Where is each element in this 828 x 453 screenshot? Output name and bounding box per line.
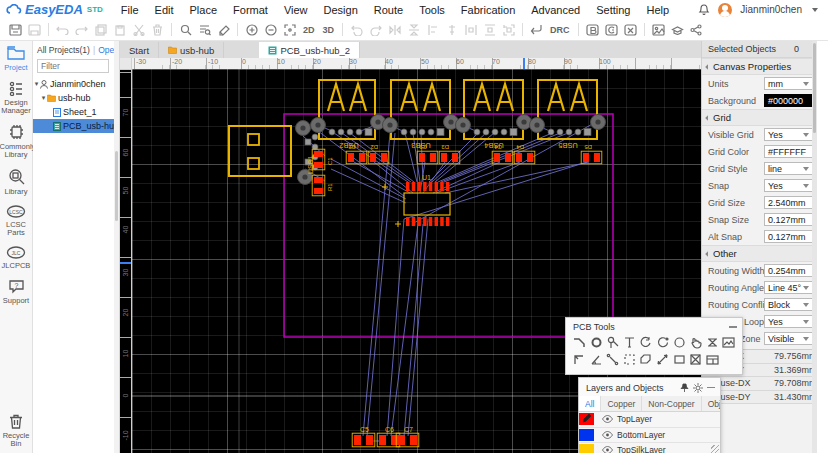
user-avatar[interactable] bbox=[718, 3, 732, 17]
usb3-connector[interactable]: USB3 C3 D3 bbox=[383, 80, 460, 164]
tree-node-sheet[interactable]: Sheet_1 bbox=[33, 105, 119, 119]
u1-ic[interactable]: U1 bbox=[382, 174, 450, 227]
bom-button[interactable] bbox=[584, 22, 601, 38]
minimize-icon[interactable] bbox=[729, 326, 737, 328]
copy-button[interactable] bbox=[92, 22, 109, 38]
circle-tool[interactable] bbox=[589, 335, 604, 350]
fit-view-button[interactable] bbox=[281, 22, 298, 38]
sidebar-item-jlcpcb[interactable]: JLC JLCPCB bbox=[0, 246, 33, 270]
properties-scrollbar[interactable] bbox=[812, 41, 817, 453]
gerber-button[interactable] bbox=[603, 22, 620, 38]
menu-tools[interactable]: Tools bbox=[411, 4, 453, 16]
copper-zone-select[interactable]: Visible bbox=[764, 332, 813, 345]
layer-visibility-toggle[interactable] bbox=[602, 446, 613, 453]
zoom-out-button[interactable] bbox=[262, 22, 279, 38]
corner-tool[interactable] bbox=[572, 352, 587, 367]
zoom-in-button[interactable] bbox=[243, 22, 260, 38]
routing-width-field[interactable]: 0.254mm bbox=[764, 264, 813, 277]
routing-conflict-select[interactable]: Block bbox=[764, 298, 813, 311]
layer-visibility-toggle[interactable] bbox=[602, 415, 613, 423]
section-canvas-properties[interactable]: Canvas Properties bbox=[702, 58, 817, 75]
ellipse-tool[interactable] bbox=[672, 335, 687, 350]
sidebar-item-lcsc-parts[interactable]: LCSC LCSC Parts bbox=[0, 205, 33, 237]
all-projects-link[interactable]: All Projects(1) bbox=[37, 45, 90, 55]
menu-place[interactable]: Place bbox=[182, 4, 226, 16]
redo-button[interactable] bbox=[73, 22, 90, 38]
cut-button[interactable] bbox=[130, 22, 147, 38]
view-3d-button[interactable]: 3D bbox=[320, 22, 338, 38]
text-tool[interactable] bbox=[622, 335, 637, 350]
menu-advanced[interactable]: Advanced bbox=[523, 4, 588, 16]
dimension-tool[interactable] bbox=[655, 352, 670, 367]
menu-format[interactable]: Format bbox=[225, 4, 276, 16]
sidebar-item-design-manager[interactable]: Design Manager bbox=[0, 81, 33, 115]
snap-select[interactable]: Yes bbox=[764, 179, 813, 192]
tree-node-project[interactable]: ▾ usb-hub bbox=[33, 91, 119, 105]
distribute-horizontal-button[interactable] bbox=[462, 22, 479, 38]
preview-3d-button[interactable] bbox=[669, 22, 686, 38]
minimize-icon[interactable] bbox=[707, 387, 715, 389]
username[interactable]: Jianmin0chen bbox=[740, 4, 802, 15]
menu-design[interactable]: Design bbox=[316, 4, 366, 16]
menu-help[interactable]: Help bbox=[638, 4, 677, 16]
layers-tab-object[interactable]: Object bbox=[702, 396, 721, 411]
bottom-capacitors[interactable]: C5 C6 C7 bbox=[352, 426, 419, 447]
tree-node-user[interactable]: ▾ Jianmin0chen bbox=[33, 77, 119, 91]
grid-size-field[interactable]: 2.540mm bbox=[764, 196, 813, 209]
align-center-button[interactable] bbox=[443, 22, 460, 38]
find-similar-button[interactable] bbox=[196, 22, 213, 38]
notification-bell-icon[interactable] bbox=[698, 3, 710, 16]
route-button[interactable] bbox=[528, 22, 545, 38]
polygon-tool[interactable] bbox=[638, 352, 653, 367]
panelize-tool[interactable] bbox=[705, 352, 720, 367]
connect-pad-tool[interactable] bbox=[688, 352, 703, 367]
flip-vertical-button[interactable] bbox=[405, 22, 422, 38]
user-menu-caret-icon[interactable] bbox=[812, 8, 818, 12]
menu-route[interactable]: Route bbox=[366, 4, 411, 16]
layers-tab-all[interactable]: All bbox=[579, 396, 601, 411]
group-button[interactable] bbox=[500, 22, 517, 38]
rotate-left-button[interactable] bbox=[348, 22, 365, 38]
project-scrollbar[interactable] bbox=[114, 41, 119, 453]
tab-schematic[interactable]: usb-hub bbox=[159, 42, 224, 58]
project-filter-input[interactable] bbox=[37, 59, 109, 73]
layer-color-swatch[interactable] bbox=[579, 429, 594, 441]
layer-color-swatch[interactable] bbox=[579, 413, 594, 425]
measure-tool[interactable] bbox=[605, 352, 620, 367]
routing-angle-select[interactable]: Line 45° bbox=[764, 281, 813, 294]
align-left-button[interactable] bbox=[424, 22, 441, 38]
usb4-connector[interactable]: USB4 C4 D4 bbox=[456, 80, 535, 164]
select-region-tool[interactable] bbox=[622, 352, 637, 367]
menu-setting[interactable]: Setting bbox=[588, 4, 638, 16]
sidebar-item-commonly-library[interactable]: Commonly Library bbox=[0, 124, 33, 159]
drc-button[interactable]: DRC bbox=[547, 22, 573, 38]
image-tool[interactable] bbox=[721, 335, 736, 350]
canvas-origin-tool[interactable] bbox=[705, 335, 720, 350]
save-as-button[interactable] bbox=[26, 22, 43, 38]
delete-button[interactable] bbox=[149, 22, 166, 38]
grid-style-select[interactable]: line bbox=[764, 162, 813, 175]
menu-edit[interactable]: Edit bbox=[147, 4, 182, 16]
paste-button[interactable] bbox=[111, 22, 128, 38]
sidebar-item-project[interactable]: Project bbox=[0, 46, 33, 72]
view-2d-button[interactable]: 2D bbox=[300, 22, 318, 38]
export-button[interactable] bbox=[622, 22, 639, 38]
rotate-right-button[interactable] bbox=[367, 22, 384, 38]
via-tool[interactable] bbox=[605, 335, 620, 350]
remove-loop-select[interactable]: Yes bbox=[764, 315, 813, 328]
panel-resize-handle[interactable] bbox=[711, 445, 719, 453]
sidebar-item-support[interactable]: ? Support bbox=[0, 279, 33, 305]
sidebar-item-library[interactable]: Library bbox=[0, 168, 33, 196]
track-tool[interactable] bbox=[572, 335, 587, 350]
layer-row-top[interactable]: TopLayer bbox=[579, 412, 720, 428]
layers-tab-copper[interactable]: Copper bbox=[601, 396, 642, 411]
section-other[interactable]: Other bbox=[702, 245, 817, 262]
menu-file[interactable]: File bbox=[113, 4, 147, 16]
tab-start[interactable]: Start bbox=[120, 42, 159, 58]
search-button[interactable] bbox=[177, 22, 194, 38]
usb5-connector[interactable]: USB5 D5 bbox=[530, 80, 606, 164]
theme-button[interactable] bbox=[215, 22, 232, 38]
drag-tool[interactable] bbox=[688, 335, 703, 350]
undo-button[interactable] bbox=[54, 22, 71, 38]
grid-color-field[interactable]: #FFFFFF bbox=[764, 145, 813, 158]
